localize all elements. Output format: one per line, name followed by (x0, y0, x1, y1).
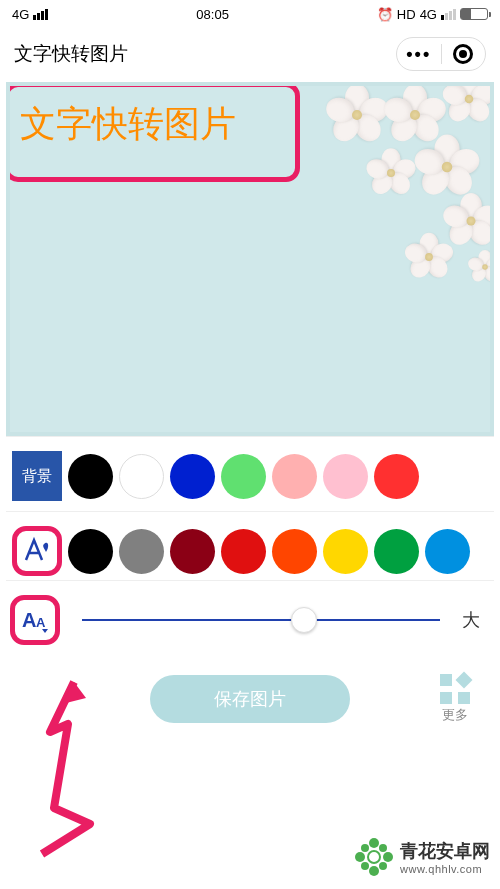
action-row: 保存图片 更多 (6, 655, 494, 743)
dots-icon: ••• (406, 44, 431, 65)
svg-point-2 (369, 838, 379, 848)
nav-capsule: ••• (396, 37, 486, 71)
font-color-strip[interactable] (68, 529, 488, 574)
svg-point-4 (369, 866, 379, 876)
bg-color-swatch[interactable] (170, 454, 215, 499)
more-button[interactable]: 更多 (440, 674, 470, 724)
flower-decoration (405, 233, 453, 281)
network2-label: 4G (420, 7, 437, 22)
flower-decoration (468, 250, 494, 284)
watermark-title: 青花安卓网 (400, 839, 490, 863)
bg-color-swatch[interactable] (323, 454, 368, 499)
status-right: ⏰ HD 4G (377, 7, 488, 22)
svg-text:A: A (36, 615, 46, 630)
save-button[interactable]: 保存图片 (150, 675, 350, 723)
flower-decoration (414, 134, 479, 199)
flower-decoration (366, 148, 416, 198)
target-icon (453, 44, 473, 64)
bg-color-swatch[interactable] (221, 454, 266, 499)
font-color-swatch[interactable] (119, 529, 164, 574)
status-left: 4G (12, 7, 48, 22)
font-color-swatch[interactable] (68, 529, 113, 574)
battery-icon (460, 8, 488, 20)
more-label: 更多 (442, 706, 468, 724)
svg-point-6 (379, 844, 387, 852)
bg-color-swatch[interactable] (119, 454, 164, 499)
font-color-swatch[interactable] (323, 529, 368, 574)
font-color-swatch[interactable] (221, 529, 266, 574)
font-size-button[interactable]: A A (10, 595, 60, 645)
bg-color-swatch[interactable] (68, 454, 113, 499)
controls-panel: 背景 A A 大 保存图片 更多 (0, 436, 500, 743)
background-color-row: 背景 (6, 436, 494, 511)
font-color-icon (20, 534, 54, 568)
svg-point-10 (368, 851, 380, 863)
size-slider[interactable] (82, 619, 440, 621)
status-bar: 4G 08:05 ⏰ HD 4G (0, 0, 500, 28)
watermark-url: www.qhhlv.com (400, 863, 490, 875)
hd-label: HD (397, 7, 416, 22)
font-size-row: A A 大 (6, 580, 494, 655)
bg-label: 背景 (12, 451, 62, 501)
signal-icon (33, 9, 48, 20)
signal-icon-2 (441, 9, 456, 20)
bg-color-swatch[interactable] (374, 454, 419, 499)
bg-color-swatch[interactable] (272, 454, 317, 499)
font-color-swatch[interactable] (272, 529, 317, 574)
annotation-highlight (6, 82, 300, 182)
svg-point-7 (379, 862, 387, 870)
font-color-swatch[interactable] (170, 529, 215, 574)
font-color-swatch[interactable] (374, 529, 419, 574)
more-icon (440, 674, 470, 704)
svg-point-3 (383, 852, 393, 862)
svg-point-9 (361, 844, 369, 852)
svg-point-8 (361, 862, 369, 870)
menu-button[interactable]: ••• (397, 44, 441, 65)
bg-color-strip[interactable] (68, 454, 488, 499)
svg-text:A: A (22, 609, 36, 631)
font-color-button[interactable] (12, 526, 62, 576)
size-big-label: 大 (462, 608, 480, 632)
slider-thumb[interactable] (291, 607, 317, 633)
status-time: 08:05 (196, 7, 229, 22)
nav-bar: 文字快转图片 ••• (0, 28, 500, 80)
flower-decoration (443, 82, 494, 125)
page-title: 文字快转图片 (14, 41, 128, 67)
watermark-logo-icon (352, 835, 396, 879)
close-button[interactable] (442, 44, 486, 64)
network-label: 4G (12, 7, 29, 22)
svg-point-5 (355, 852, 365, 862)
alarm-icon: ⏰ (377, 7, 393, 22)
watermark: 青花安卓网 www.qhhlv.com (352, 835, 490, 879)
font-color-row (6, 511, 494, 586)
font-color-swatch[interactable] (425, 529, 470, 574)
flower-decoration (326, 84, 388, 146)
preview-canvas[interactable]: 文字快转图片 (6, 82, 494, 436)
font-size-icon: A A (18, 603, 52, 637)
